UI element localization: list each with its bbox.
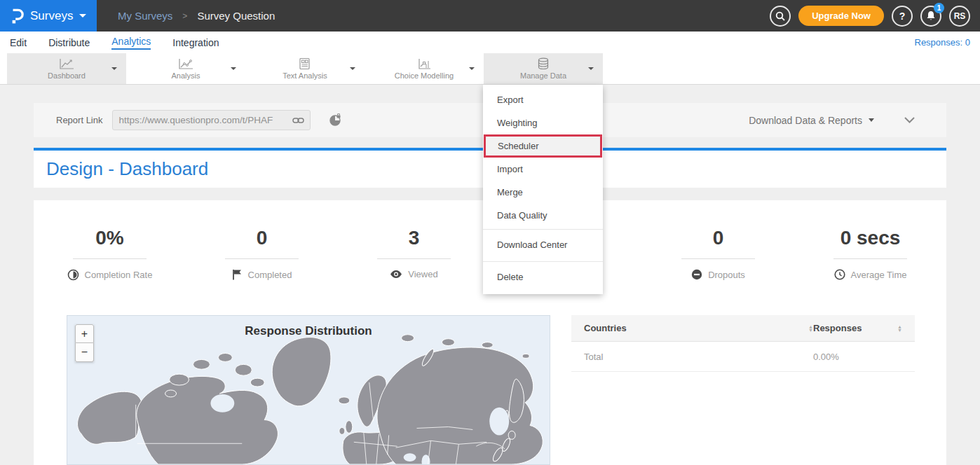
table-row: Total 0.00%	[571, 342, 915, 372]
stat-label: Average Time	[851, 270, 907, 280]
map-zoom-controls: + −	[75, 324, 94, 362]
chevron-down-icon[interactable]	[231, 67, 236, 70]
eye-icon	[390, 270, 402, 279]
chevron-down-icon[interactable]	[350, 67, 355, 70]
map-title: Response Distribution	[67, 324, 550, 338]
stat-value: 0	[642, 227, 794, 249]
nav-item-edit[interactable]: Edit	[10, 37, 27, 48]
menu-item-data-quality[interactable]: Data Quality	[483, 204, 603, 227]
globe-lock-icon[interactable]	[328, 113, 342, 127]
column-countries[interactable]: Countries	[584, 323, 627, 333]
stat-label: Viewed	[408, 269, 437, 279]
minus-circle-icon	[691, 269, 702, 280]
analysis-chart-icon	[178, 58, 193, 70]
manage-data-menu: Export Weighting Scheduler Import Merge …	[483, 85, 603, 294]
text-analysis-icon	[299, 57, 311, 70]
questionpro-logo-icon	[10, 7, 24, 25]
tab-label: Dashboard	[48, 71, 86, 80]
chevron-down-icon[interactable]	[111, 67, 117, 70]
zoom-in-button[interactable]: +	[75, 324, 94, 343]
search-icon	[775, 11, 785, 21]
page-title: Design - Dashboard	[46, 158, 208, 180]
menu-item-scheduler[interactable]: Scheduler	[484, 134, 602, 158]
breadcrumb-my-surveys[interactable]: My Surveys	[118, 10, 172, 22]
product-switcher[interactable]: Surveys	[0, 0, 97, 32]
stat-value: 0	[186, 227, 338, 249]
tab-label: Choice Modelling	[395, 71, 454, 80]
stat-label: Completion Rate	[85, 270, 153, 280]
table-header: Countries ▲▼ Responses ▲▼	[571, 315, 915, 342]
download-data-reports-label: Download Data & Reports	[749, 115, 862, 126]
tab-label: Manage Data	[520, 71, 566, 80]
help-button[interactable]: ?	[892, 6, 913, 27]
chevron-down-icon	[869, 118, 874, 122]
menu-item-export[interactable]: Export	[483, 88, 603, 111]
response-distribution-map: Response Distribution + −	[67, 315, 550, 465]
upgrade-now-button[interactable]: Upgrade Now	[798, 6, 884, 26]
breadcrumb-current: Survey Question	[197, 10, 275, 22]
menu-item-delete[interactable]: Delete	[483, 261, 603, 291]
total-responses-value: 0.00%	[813, 352, 902, 362]
menu-item-download-center[interactable]: Download Center	[483, 229, 603, 259]
tab-text-analysis[interactable]: Text Analysis	[245, 53, 365, 84]
avatar[interactable]: RS	[949, 6, 970, 27]
tab-label: Text Analysis	[283, 71, 327, 80]
stat-value: 3	[338, 227, 490, 249]
flag-icon	[232, 269, 243, 280]
breadcrumb: My Surveys > Survey Question	[118, 10, 275, 22]
tab-analysis[interactable]: Analysis	[126, 53, 245, 84]
section-nav: Edit Distribute Analytics Integration Re…	[0, 32, 980, 53]
stat-completion-rate: 0% Completion Rate	[34, 227, 186, 315]
report-link-label: Report Link	[56, 115, 102, 125]
stat-average-time: 0 secs Average Time	[794, 227, 946, 315]
breadcrumb-separator: >	[182, 11, 187, 21]
stat-viewed: 3 Viewed	[338, 227, 490, 315]
notification-badge: 1	[934, 3, 944, 13]
sort-icon[interactable]: ▲▼	[897, 325, 902, 332]
chevron-down-icon	[79, 14, 86, 18]
avatar-initials: RS	[954, 11, 966, 21]
collapse-chevron-icon[interactable]	[904, 116, 916, 124]
product-name: Surveys	[30, 9, 73, 23]
menu-item-weighting[interactable]: Weighting	[483, 111, 603, 134]
chevron-down-icon[interactable]	[469, 67, 475, 70]
column-responses[interactable]: Responses	[813, 323, 862, 333]
notifications-button[interactable]: 1	[920, 6, 941, 27]
topbar-actions: Upgrade Now ? 1 RS	[770, 6, 980, 27]
chevron-down-icon[interactable]	[588, 67, 594, 70]
tab-choice-modelling[interactable]: Choice Modelling	[365, 53, 484, 84]
stat-value: 0%	[34, 227, 186, 249]
menu-item-import[interactable]: Import	[483, 158, 603, 181]
menu-item-merge[interactable]: Merge	[483, 181, 603, 204]
clock-icon	[834, 269, 845, 280]
top-bar: Surveys My Surveys > Survey Question Upg…	[0, 0, 980, 32]
stat-label: Completed	[248, 270, 292, 280]
nav-item-distribute[interactable]: Distribute	[48, 37, 90, 48]
stat-label: Dropouts	[708, 270, 745, 280]
stat-value: 0 secs	[794, 227, 946, 249]
dashboard-chart-icon	[59, 58, 74, 70]
link-icon[interactable]	[292, 116, 304, 125]
report-url-value: https://www.questionpro.com/t/PHAF	[118, 115, 292, 125]
tab-dashboard[interactable]: Dashboard	[7, 53, 126, 84]
analytics-toolbar: Dashboard Analysis Text Analysis Choice …	[0, 53, 980, 85]
nav-item-analytics[interactable]: Analytics	[111, 36, 151, 50]
zoom-out-button[interactable]: −	[75, 343, 94, 362]
responses-count: Responses: 0	[915, 37, 971, 48]
report-url-input[interactable]: https://www.questionpro.com/t/PHAF	[112, 110, 311, 130]
total-label: Total	[584, 352, 813, 362]
countries-table: Countries ▲▼ Responses ▲▼ Total 0.00%	[571, 315, 915, 465]
sort-icon[interactable]: ▲▼	[808, 325, 813, 332]
tab-manage-data[interactable]: Manage Data	[484, 53, 603, 84]
completion-rate-icon	[67, 269, 79, 281]
tab-label: Analysis	[172, 71, 200, 80]
nav-item-integration[interactable]: Integration	[172, 37, 219, 48]
search-button[interactable]	[770, 6, 791, 27]
stat-completed: 0 Completed	[186, 227, 338, 315]
database-icon	[537, 57, 550, 70]
bell-icon	[926, 11, 936, 21]
choice-modelling-icon	[416, 58, 432, 70]
lower-section: Response Distribution + − Countries ▲▼ R…	[34, 315, 946, 465]
download-data-reports-dropdown[interactable]: Download Data & Reports	[749, 115, 874, 126]
question-mark-icon: ?	[899, 11, 906, 22]
